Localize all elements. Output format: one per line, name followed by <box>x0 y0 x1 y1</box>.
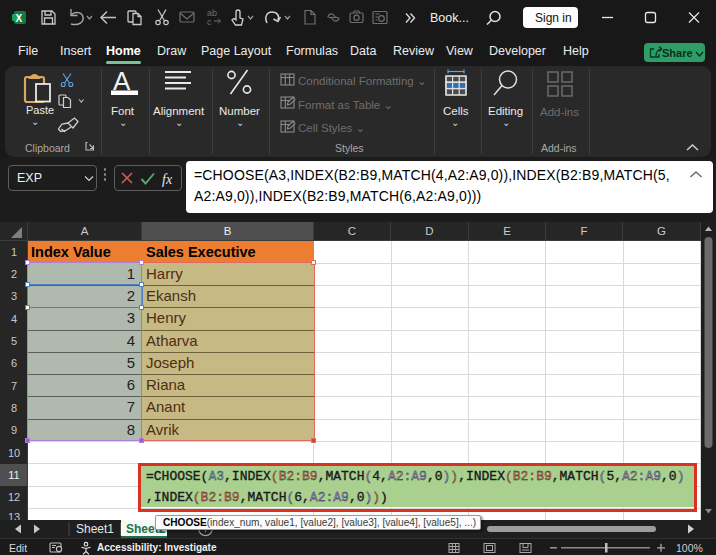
svg-text:X: X <box>16 13 23 24</box>
svg-text:Book...: Book... <box>430 11 469 25</box>
svg-text:fx: fx <box>162 172 173 187</box>
svg-text:c: c <box>207 17 212 27</box>
svg-text:Sign in: Sign in <box>535 11 572 25</box>
